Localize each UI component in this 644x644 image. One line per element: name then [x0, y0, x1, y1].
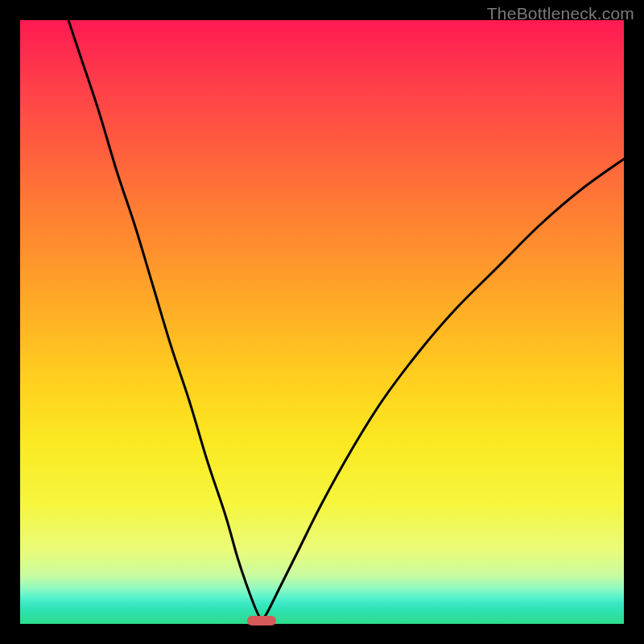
- bottleneck-curve: [20, 20, 624, 624]
- chart-container: TheBottleneck.com: [0, 0, 644, 644]
- watermark-text: TheBottleneck.com: [487, 4, 634, 23]
- minimum-marker: [247, 616, 276, 625]
